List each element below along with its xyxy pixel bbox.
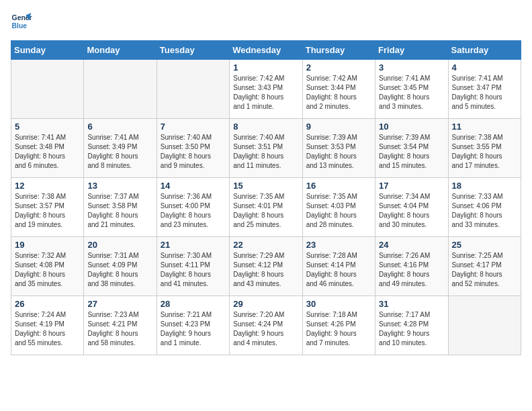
calendar-table: SundayMondayTuesdayWednesdayThursdayFrid…	[11, 40, 521, 355]
weekday-header-monday: Monday	[84, 41, 157, 60]
day-number: 13	[87, 181, 152, 191]
calendar-cell	[448, 296, 521, 355]
calendar-cell: 2Sunrise: 7:42 AM Sunset: 3:44 PM Daylig…	[302, 60, 375, 119]
day-info: Sunrise: 7:40 AM Sunset: 3:51 PM Dayligh…	[233, 133, 298, 171]
day-info: Sunrise: 7:35 AM Sunset: 4:01 PM Dayligh…	[233, 192, 298, 230]
weekday-header-thursday: Thursday	[302, 41, 375, 60]
day-info: Sunrise: 7:20 AM Sunset: 4:24 PM Dayligh…	[233, 310, 298, 348]
calendar-cell: 13Sunrise: 7:37 AM Sunset: 3:58 PM Dayli…	[84, 178, 157, 237]
week-row-5: 26Sunrise: 7:24 AM Sunset: 4:19 PM Dayli…	[11, 296, 521, 355]
day-number: 1	[233, 62, 298, 73]
day-number: 17	[379, 181, 444, 191]
day-info: Sunrise: 7:35 AM Sunset: 4:03 PM Dayligh…	[306, 192, 371, 230]
week-row-3: 12Sunrise: 7:38 AM Sunset: 3:57 PM Dayli…	[11, 178, 521, 237]
day-info: Sunrise: 7:37 AM Sunset: 3:58 PM Dayligh…	[87, 192, 152, 230]
day-number: 10	[379, 122, 444, 132]
calendar-cell: 8Sunrise: 7:40 AM Sunset: 3:51 PM Daylig…	[230, 119, 302, 178]
svg-text:Blue: Blue	[12, 22, 28, 30]
calendar-cell: 29Sunrise: 7:20 AM Sunset: 4:24 PM Dayli…	[230, 296, 302, 355]
day-number: 15	[233, 181, 298, 191]
calendar-cell: 25Sunrise: 7:25 AM Sunset: 4:17 PM Dayli…	[448, 237, 521, 296]
day-number: 11	[452, 122, 517, 132]
day-number: 16	[306, 181, 371, 191]
calendar-cell: 31Sunrise: 7:17 AM Sunset: 4:28 PM Dayli…	[375, 296, 448, 355]
calendar-cell: 27Sunrise: 7:23 AM Sunset: 4:21 PM Dayli…	[84, 296, 157, 355]
weekday-header-tuesday: Tuesday	[157, 41, 229, 60]
calendar-cell: 12Sunrise: 7:38 AM Sunset: 3:57 PM Dayli…	[11, 178, 84, 237]
day-info: Sunrise: 7:42 AM Sunset: 3:43 PM Dayligh…	[233, 74, 298, 111]
calendar-cell: 14Sunrise: 7:36 AM Sunset: 4:00 PM Dayli…	[157, 178, 229, 237]
calendar-cell	[84, 60, 157, 119]
day-number: 30	[306, 299, 371, 309]
day-info: Sunrise: 7:32 AM Sunset: 4:08 PM Dayligh…	[15, 251, 80, 289]
calendar-cell: 17Sunrise: 7:34 AM Sunset: 4:04 PM Dayli…	[375, 178, 448, 237]
weekday-header-row: SundayMondayTuesdayWednesdayThursdayFrid…	[11, 41, 521, 60]
day-number: 4	[452, 62, 517, 73]
day-number: 8	[233, 122, 298, 132]
day-number: 18	[452, 181, 517, 191]
calendar-cell: 1Sunrise: 7:42 AM Sunset: 3:43 PM Daylig…	[230, 60, 302, 119]
day-info: Sunrise: 7:39 AM Sunset: 3:54 PM Dayligh…	[379, 133, 444, 171]
day-info: Sunrise: 7:23 AM Sunset: 4:21 PM Dayligh…	[87, 310, 152, 348]
day-number: 3	[379, 62, 444, 73]
day-info: Sunrise: 7:17 AM Sunset: 4:28 PM Dayligh…	[379, 310, 444, 348]
day-info: Sunrise: 7:25 AM Sunset: 4:17 PM Dayligh…	[452, 251, 517, 289]
day-number: 28	[161, 299, 226, 309]
calendar-cell: 3Sunrise: 7:41 AM Sunset: 3:45 PM Daylig…	[375, 60, 448, 119]
calendar-cell: 23Sunrise: 7:28 AM Sunset: 4:14 PM Dayli…	[302, 237, 375, 296]
day-number: 31	[379, 299, 444, 309]
day-number: 2	[306, 62, 371, 73]
day-info: Sunrise: 7:33 AM Sunset: 4:06 PM Dayligh…	[452, 192, 517, 230]
week-row-2: 5Sunrise: 7:41 AM Sunset: 3:48 PM Daylig…	[11, 119, 521, 178]
weekday-header-sunday: Sunday	[11, 41, 84, 60]
calendar-cell: 15Sunrise: 7:35 AM Sunset: 4:01 PM Dayli…	[230, 178, 302, 237]
page-header: General Blue	[11, 11, 521, 32]
day-info: Sunrise: 7:31 AM Sunset: 4:09 PM Dayligh…	[87, 251, 152, 289]
day-info: Sunrise: 7:24 AM Sunset: 4:19 PM Dayligh…	[15, 310, 80, 348]
calendar-cell: 6Sunrise: 7:41 AM Sunset: 3:49 PM Daylig…	[84, 119, 157, 178]
day-info: Sunrise: 7:21 AM Sunset: 4:23 PM Dayligh…	[161, 310, 226, 348]
day-info: Sunrise: 7:26 AM Sunset: 4:16 PM Dayligh…	[379, 251, 444, 289]
calendar-cell: 20Sunrise: 7:31 AM Sunset: 4:09 PM Dayli…	[84, 237, 157, 296]
calendar-cell	[157, 60, 229, 119]
calendar-cell: 22Sunrise: 7:29 AM Sunset: 4:12 PM Dayli…	[230, 237, 302, 296]
day-number: 24	[379, 240, 444, 250]
day-number: 22	[233, 240, 298, 250]
day-info: Sunrise: 7:38 AM Sunset: 3:57 PM Dayligh…	[15, 192, 80, 230]
day-number: 14	[161, 181, 226, 191]
calendar-cell: 21Sunrise: 7:30 AM Sunset: 4:11 PM Dayli…	[157, 237, 229, 296]
calendar-cell: 19Sunrise: 7:32 AM Sunset: 4:08 PM Dayli…	[11, 237, 84, 296]
calendar-cell: 11Sunrise: 7:38 AM Sunset: 3:55 PM Dayli…	[448, 119, 521, 178]
day-number: 19	[15, 240, 80, 250]
day-info: Sunrise: 7:41 AM Sunset: 3:48 PM Dayligh…	[15, 133, 80, 171]
weekday-header-friday: Friday	[375, 41, 448, 60]
day-info: Sunrise: 7:34 AM Sunset: 4:04 PM Dayligh…	[379, 192, 444, 230]
calendar-cell: 18Sunrise: 7:33 AM Sunset: 4:06 PM Dayli…	[448, 178, 521, 237]
day-info: Sunrise: 7:41 AM Sunset: 3:45 PM Dayligh…	[379, 74, 444, 111]
day-info: Sunrise: 7:28 AM Sunset: 4:14 PM Dayligh…	[306, 251, 371, 289]
day-number: 5	[15, 122, 80, 132]
calendar-cell: 7Sunrise: 7:40 AM Sunset: 3:50 PM Daylig…	[157, 119, 229, 178]
calendar-cell: 10Sunrise: 7:39 AM Sunset: 3:54 PM Dayli…	[375, 119, 448, 178]
calendar-cell: 4Sunrise: 7:41 AM Sunset: 3:47 PM Daylig…	[448, 60, 521, 119]
calendar-cell: 24Sunrise: 7:26 AM Sunset: 4:16 PM Dayli…	[375, 237, 448, 296]
calendar-cell	[11, 60, 84, 119]
day-info: Sunrise: 7:41 AM Sunset: 3:49 PM Dayligh…	[87, 133, 152, 171]
calendar-cell: 5Sunrise: 7:41 AM Sunset: 3:48 PM Daylig…	[11, 119, 84, 178]
week-row-4: 19Sunrise: 7:32 AM Sunset: 4:08 PM Dayli…	[11, 237, 521, 296]
day-number: 29	[233, 299, 298, 309]
day-number: 27	[87, 299, 152, 309]
day-number: 23	[306, 240, 371, 250]
day-number: 6	[87, 122, 152, 132]
calendar-cell: 9Sunrise: 7:39 AM Sunset: 3:53 PM Daylig…	[302, 119, 375, 178]
day-number: 25	[452, 240, 517, 250]
weekday-header-wednesday: Wednesday	[230, 41, 302, 60]
day-number: 26	[15, 299, 80, 309]
day-info: Sunrise: 7:29 AM Sunset: 4:12 PM Dayligh…	[233, 251, 298, 289]
calendar-cell: 16Sunrise: 7:35 AM Sunset: 4:03 PM Dayli…	[302, 178, 375, 237]
day-info: Sunrise: 7:42 AM Sunset: 3:44 PM Dayligh…	[306, 74, 371, 111]
logo: General Blue	[11, 11, 35, 32]
calendar-cell: 30Sunrise: 7:18 AM Sunset: 4:26 PM Dayli…	[302, 296, 375, 355]
calendar-cell: 28Sunrise: 7:21 AM Sunset: 4:23 PM Dayli…	[157, 296, 229, 355]
day-info: Sunrise: 7:30 AM Sunset: 4:11 PM Dayligh…	[161, 251, 226, 289]
